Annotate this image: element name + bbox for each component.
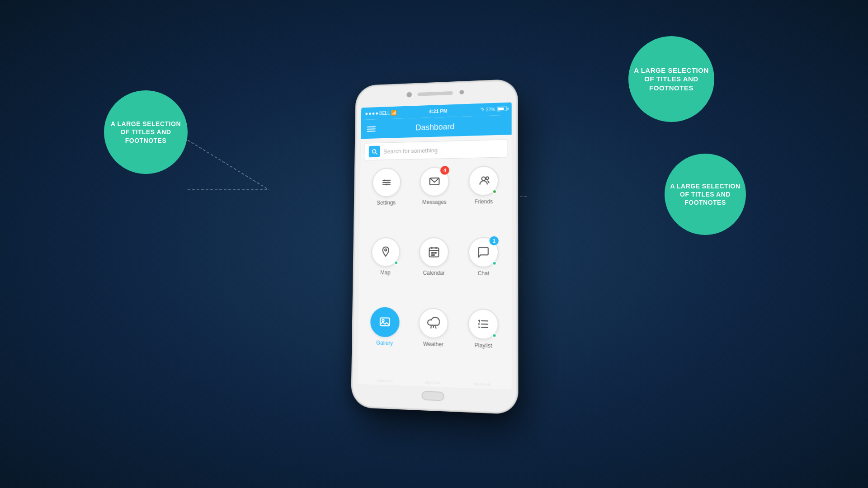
calendar-label: Calendar — [423, 270, 444, 276]
watermark-2: depnvato — [425, 380, 441, 385]
weather-icon-circle — [419, 308, 448, 338]
settings-label: Settings — [377, 200, 396, 206]
signal-dot-1 — [365, 113, 368, 115]
app-item-chat[interactable]: 1 Chat — [461, 237, 506, 304]
svg-point-15 — [387, 182, 388, 183]
battery-percent: 22% — [486, 107, 495, 112]
weather-label: Weather — [423, 341, 443, 347]
status-left: BELL 📶 — [365, 110, 397, 117]
bubble-left: A LARGE SELECTION OF TITLES AND FOOTNOTE… — [104, 90, 188, 174]
status-right: ⮷ 22% — [480, 106, 507, 112]
battery-fill — [498, 108, 504, 110]
svg-point-16 — [386, 184, 387, 185]
gallery-label: Gallery — [376, 340, 393, 347]
playlist-label: Playlist — [475, 342, 492, 349]
map-label: Map — [380, 269, 391, 276]
app-item-weather[interactable]: Weather — [411, 308, 455, 375]
playlist-icon-circle — [468, 309, 499, 340]
playlist-online-dot — [492, 333, 497, 338]
settings-icon — [380, 176, 392, 189]
svg-rect-25 — [431, 252, 433, 254]
chat-online-dot — [492, 261, 497, 265]
signal-dot-3 — [373, 112, 375, 114]
app-item-friends[interactable]: Friends — [462, 165, 506, 231]
phone-body: BELL 📶 4:21 PM ⮷ 22% — [353, 81, 516, 413]
app-item-map[interactable]: Map — [364, 237, 407, 302]
settings-icon-circle — [372, 168, 401, 197]
hamburger-menu[interactable] — [367, 126, 376, 131]
chat-label: Chat — [478, 270, 490, 276]
map-icon — [379, 246, 392, 258]
app-item-gallery[interactable]: Gallery — [363, 307, 406, 374]
bubble-top-right: A LARGE SELECTION OF TITLES AND FOOTNOTE… — [628, 36, 714, 122]
svg-point-14 — [384, 180, 385, 181]
battery-icon — [497, 107, 507, 112]
svg-point-20 — [385, 249, 387, 251]
svg-rect-28 — [431, 254, 433, 256]
phone-screen: BELL 📶 4:21 PM ⮷ 22% — [357, 102, 511, 389]
watermark-3: depnvato — [474, 382, 491, 387]
calendar-icon-circle — [419, 237, 449, 267]
app-item-calendar[interactable]: Calendar — [412, 237, 456, 303]
svg-point-19 — [486, 177, 489, 179]
home-button[interactable] — [421, 391, 444, 401]
svg-line-7 — [376, 153, 377, 154]
svg-point-31 — [382, 319, 384, 322]
phone-device: BELL 📶 4:21 PM ⮷ 22% — [353, 81, 515, 407]
map-online-dot — [394, 260, 398, 265]
watermark-1: depnvato — [377, 378, 393, 383]
app-grid: Settings 4 Messages — [358, 162, 512, 381]
svg-point-38 — [478, 324, 480, 325]
signal-dot-4 — [376, 112, 378, 114]
app-title: Dashboard — [415, 122, 454, 132]
calendar-icon — [428, 246, 440, 258]
carrier-name: BELL — [379, 110, 390, 115]
svg-line-0 — [188, 140, 269, 190]
messages-label: Messages — [422, 199, 447, 205]
search-input[interactable]: Search for something — [383, 147, 438, 155]
bluetooth-icon: ⮷ — [480, 108, 484, 112]
wifi-icon: 📶 — [391, 110, 397, 116]
svg-rect-29 — [433, 254, 434, 256]
phone-speaker — [418, 91, 453, 96]
friends-icon-circle — [469, 166, 499, 196]
chat-icon — [477, 246, 490, 258]
search-icon — [371, 148, 377, 155]
friends-label: Friends — [475, 198, 493, 205]
svg-line-33 — [431, 326, 431, 328]
svg-rect-26 — [433, 252, 434, 254]
app-item-messages[interactable]: 4 Messages — [412, 167, 456, 232]
messages-icon — [428, 175, 441, 188]
friends-online-dot — [492, 189, 497, 194]
friends-icon — [477, 174, 490, 187]
playlist-icon — [477, 318, 490, 331]
bubble-mid-right: A LARGE SELECTION OF TITLES AND FOOTNOTE… — [665, 154, 746, 235]
search-icon-box — [369, 146, 380, 158]
gallery-icon — [378, 316, 391, 329]
messages-icon-circle: 4 — [420, 167, 449, 197]
svg-rect-30 — [380, 318, 390, 326]
signal-dot-2 — [369, 113, 371, 115]
map-icon-circle — [371, 237, 401, 267]
svg-line-34 — [435, 327, 436, 329]
phone-camera — [406, 92, 412, 98]
svg-rect-27 — [435, 252, 436, 254]
gallery-icon-circle — [370, 307, 400, 338]
messages-badge: 4 — [440, 166, 449, 175]
chat-icon-circle: 1 — [468, 237, 499, 267]
search-bar[interactable]: Search for something — [364, 139, 508, 160]
app-item-playlist[interactable]: Playlist — [461, 309, 506, 377]
weather-icon — [427, 317, 440, 330]
phone-earpiece — [459, 90, 464, 94]
app-item-settings[interactable]: Settings — [365, 168, 408, 232]
chat-badge: 1 — [490, 236, 499, 245]
svg-point-18 — [482, 177, 486, 180]
status-time: 4:21 PM — [429, 108, 448, 114]
